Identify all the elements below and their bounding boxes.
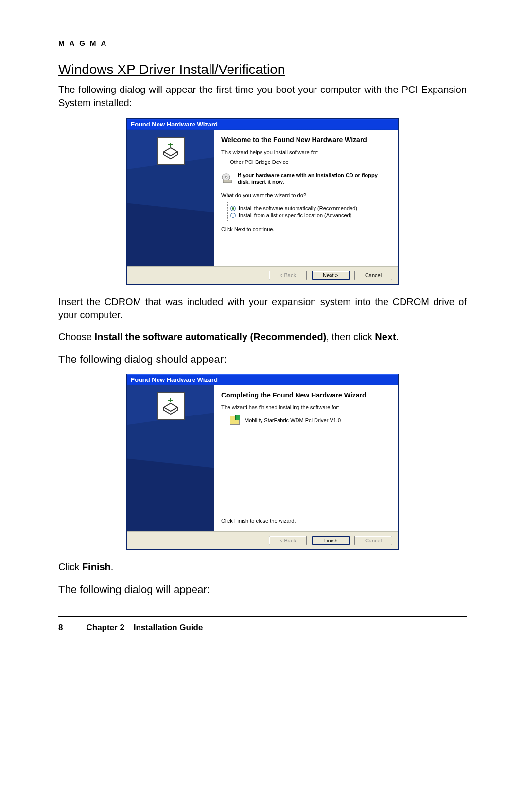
click-finish-paragraph: Click Finish. xyxy=(58,560,467,574)
following-dialog-2: The following dialog will appear: xyxy=(58,582,467,597)
page-footer: 8 Chapter 2 Installation Guide xyxy=(58,623,467,632)
radio-option-auto[interactable]: Install the software automatically (Reco… xyxy=(230,205,360,211)
svg-rect-2 xyxy=(223,180,232,183)
cdrom-paragraph: Insert the CDROM that was included with … xyxy=(58,295,467,322)
page-number: 8 xyxy=(58,623,63,632)
dialog-side-graphic xyxy=(127,385,214,531)
hardware-icon xyxy=(157,392,185,420)
driver-name: Mobility StarFabric WDM Pci Driver V1.0 xyxy=(245,417,341,423)
dialog-continue-text: Click Next to continue. xyxy=(221,226,389,232)
dialog-side-graphic xyxy=(127,130,214,266)
radio-group: Install the software automatically (Reco… xyxy=(227,202,363,221)
footer-guide: Installation Guide xyxy=(134,623,203,632)
next-button[interactable]: Next > xyxy=(312,271,350,280)
wizard-dialog-complete: Found New Hardware Wizard Completing the… xyxy=(126,374,399,550)
hardware-icon xyxy=(157,137,185,165)
cancel-button[interactable]: Cancel xyxy=(354,271,392,280)
radio-icon xyxy=(230,213,236,218)
dialog-question: What do you want the wizard to do? xyxy=(221,192,389,198)
wizard-dialog-welcome: Found New Hardware Wizard Welcome to the… xyxy=(126,118,399,285)
cancel-button[interactable]: Cancel xyxy=(354,536,392,545)
footer-chapter: Chapter 2 xyxy=(86,623,124,632)
dialog-titlebar: Found New Hardware Wizard xyxy=(127,119,398,130)
dialog-heading: Welcome to the Found New Hardware Wizard xyxy=(221,136,389,144)
dialog-finished-text: The wizard has finished installing the s… xyxy=(221,404,389,410)
cd-note-text: If your hardware came with an installati… xyxy=(238,172,389,186)
back-button[interactable]: < Back xyxy=(269,271,307,280)
radio-label: Install from a list or specific location… xyxy=(239,212,351,218)
brand-header: MAGMA xyxy=(58,39,467,47)
svg-point-1 xyxy=(225,176,227,178)
radio-option-list[interactable]: Install from a list or specific location… xyxy=(230,212,360,218)
radio-icon xyxy=(230,206,236,211)
section-title: Windows XP Driver Install/Verification xyxy=(58,62,467,77)
dialog-device-name: Other PCI Bridge Device xyxy=(230,159,389,165)
cd-icon xyxy=(221,173,234,184)
following-dialog-1: The following dialog should appear: xyxy=(58,352,467,367)
dialog-heading: Completing the Found New Hardware Wizard xyxy=(221,391,389,400)
dialog-titlebar: Found New Hardware Wizard xyxy=(127,374,398,385)
driver-icon xyxy=(230,416,240,425)
footer-rule xyxy=(58,616,467,617)
close-wizard-note: Click Finish to close the wizard. xyxy=(221,518,389,523)
radio-label: Install the software automatically (Reco… xyxy=(239,205,357,211)
choose-paragraph: Choose Install the software automaticall… xyxy=(58,330,467,343)
back-button[interactable]: < Back xyxy=(269,536,307,545)
intro-paragraph: The following dialog will appear the fir… xyxy=(58,83,467,109)
dialog-helps-text: This wizard helps you install software f… xyxy=(221,149,389,155)
finish-button[interactable]: Finish xyxy=(312,536,350,545)
